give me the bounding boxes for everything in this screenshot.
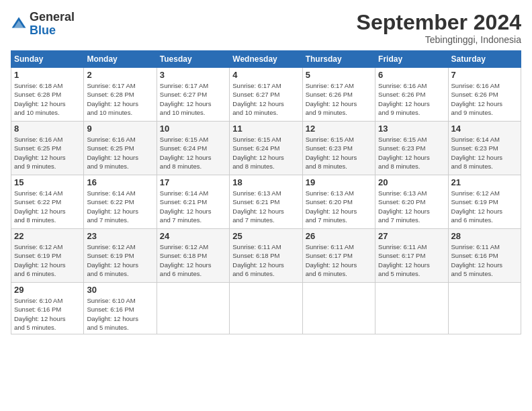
day-30: 30 Sunrise: 6:10 AM Sunset: 6:16 PM Dayl… [84, 283, 157, 334]
day-27: 27 Sunrise: 6:11 AM Sunset: 6:17 PM Dayl… [375, 229, 448, 283]
logo-icon [11, 16, 27, 32]
day-8: 8 Sunrise: 6:16 AM Sunset: 6:25 PM Dayli… [11, 122, 84, 175]
col-monday: Monday [84, 51, 157, 68]
day-9: 9 Sunrise: 6:16 AM Sunset: 6:25 PM Dayli… [84, 122, 157, 175]
day-28: 28 Sunrise: 6:11 AM Sunset: 6:16 PM Dayl… [448, 229, 521, 283]
day-4: 4 Sunrise: 6:17 AM Sunset: 6:27 PM Dayli… [230, 68, 302, 122]
col-saturday: Saturday [448, 51, 521, 68]
location-subtitle: Tebingtinggi, Indonesia [357, 34, 521, 45]
day-2: 2 Sunrise: 6:17 AM Sunset: 6:28 PM Dayli… [84, 68, 157, 122]
week-row-1: 1 Sunrise: 6:18 AM Sunset: 6:28 PM Dayli… [11, 68, 521, 122]
header: General Blue September 2024 Tebingtinggi… [11, 11, 521, 45]
calendar-table: Sunday Monday Tuesday Wednesday Thursday… [11, 50, 521, 334]
month-title: September 2024 [357, 11, 521, 34]
day-23: 23 Sunrise: 6:12 AM Sunset: 6:19 PM Dayl… [84, 229, 157, 283]
empty-cell-4 [375, 283, 448, 334]
calendar-page: General Blue September 2024 Tebingtinggi… [0, 0, 532, 411]
day-14: 14 Sunrise: 6:14 AM Sunset: 6:23 PM Dayl… [448, 122, 521, 175]
week-row-5: 29 Sunrise: 6:10 AM Sunset: 6:16 PM Dayl… [11, 283, 521, 334]
day-6: 6 Sunrise: 6:16 AM Sunset: 6:26 PM Dayli… [375, 68, 448, 122]
col-thursday: Thursday [302, 51, 375, 68]
day-1: 1 Sunrise: 6:18 AM Sunset: 6:28 PM Dayli… [11, 68, 84, 122]
logo: General Blue [11, 11, 75, 38]
day-3: 3 Sunrise: 6:17 AM Sunset: 6:27 PM Dayli… [157, 68, 229, 122]
day-26: 26 Sunrise: 6:11 AM Sunset: 6:17 PM Dayl… [302, 229, 375, 283]
empty-cell-2 [230, 283, 302, 334]
day-7: 7 Sunrise: 6:16 AM Sunset: 6:26 PM Dayli… [448, 68, 521, 122]
week-row-2: 8 Sunrise: 6:16 AM Sunset: 6:25 PM Dayli… [11, 122, 521, 175]
day-16: 16 Sunrise: 6:14 AM Sunset: 6:22 PM Dayl… [84, 175, 157, 229]
day-11: 11 Sunrise: 6:15 AM Sunset: 6:24 PM Dayl… [230, 122, 302, 175]
col-tuesday: Tuesday [157, 51, 229, 68]
day-24: 24 Sunrise: 6:12 AM Sunset: 6:18 PM Dayl… [157, 229, 229, 283]
col-friday: Friday [375, 51, 448, 68]
empty-cell-5 [448, 283, 521, 334]
week-row-4: 22 Sunrise: 6:12 AM Sunset: 6:19 PM Dayl… [11, 229, 521, 283]
col-wednesday: Wednesday [230, 51, 302, 68]
day-13: 13 Sunrise: 6:15 AM Sunset: 6:23 PM Dayl… [375, 122, 448, 175]
day-10: 10 Sunrise: 6:15 AM Sunset: 6:24 PM Dayl… [157, 122, 229, 175]
day-25: 25 Sunrise: 6:11 AM Sunset: 6:18 PM Dayl… [230, 229, 302, 283]
day-29: 29 Sunrise: 6:10 AM Sunset: 6:16 PM Dayl… [11, 283, 84, 334]
day-19: 19 Sunrise: 6:13 AM Sunset: 6:20 PM Dayl… [302, 175, 375, 229]
day-20: 20 Sunrise: 6:13 AM Sunset: 6:20 PM Dayl… [375, 175, 448, 229]
week-row-3: 15 Sunrise: 6:14 AM Sunset: 6:22 PM Dayl… [11, 175, 521, 229]
day-5: 5 Sunrise: 6:17 AM Sunset: 6:26 PM Dayli… [302, 68, 375, 122]
day-18: 18 Sunrise: 6:13 AM Sunset: 6:21 PM Dayl… [230, 175, 302, 229]
empty-cell-3 [302, 283, 375, 334]
logo-general-text: General [30, 10, 75, 24]
col-sunday: Sunday [11, 51, 84, 68]
logo-blue-text: Blue [30, 24, 56, 37]
empty-cell-1 [157, 283, 229, 334]
day-17: 17 Sunrise: 6:14 AM Sunset: 6:21 PM Dayl… [157, 175, 229, 229]
day-22: 22 Sunrise: 6:12 AM Sunset: 6:19 PM Dayl… [11, 229, 84, 283]
day-12: 12 Sunrise: 6:15 AM Sunset: 6:23 PM Dayl… [302, 122, 375, 175]
day-15: 15 Sunrise: 6:14 AM Sunset: 6:22 PM Dayl… [11, 175, 84, 229]
day-21: 21 Sunrise: 6:12 AM Sunset: 6:19 PM Dayl… [448, 175, 521, 229]
title-block: September 2024 Tebingtinggi, Indonesia [357, 11, 521, 45]
